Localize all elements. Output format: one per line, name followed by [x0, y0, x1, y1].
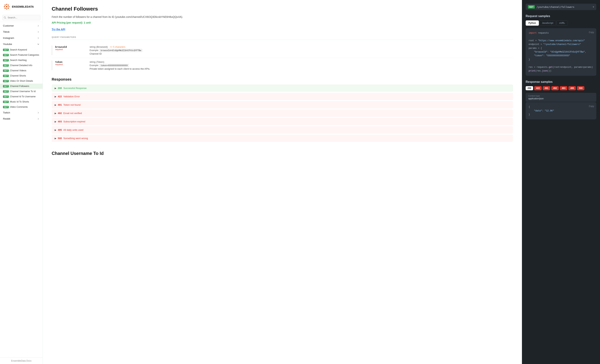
python-code-block: Copy import requests root = "https://www… — [526, 28, 596, 76]
svg-line-11 — [5, 18, 6, 18]
responses-title: Responses — [52, 77, 513, 82]
response-493[interactable]: ▶ 493 Subscription expired — [52, 118, 513, 125]
chevron-right-icon — [37, 111, 40, 114]
chevron-right-icon — [37, 37, 40, 39]
sidebar: ENSEMBLEDATA Customer Tiktok Instagram — [0, 0, 43, 364]
chevron-right-icon — [37, 31, 40, 33]
chevron-right-icon: ▶ — [55, 87, 56, 90]
sidebar-item-channel-shorts[interactable]: GETChannel Shorts — [0, 73, 43, 78]
response-495[interactable]: ▶ 495 All daily units used — [52, 126, 513, 134]
param-type: string (Browseid) >= 5 characters — [90, 46, 513, 48]
resp-code-500[interactable]: 500 — [577, 86, 584, 90]
svg-point-3 — [4, 6, 5, 7]
resp-code-493[interactable]: 493 — [560, 86, 567, 90]
sidebar-item-channel-followers[interactable]: GETChannel Followers — [0, 83, 43, 89]
svg-point-5 — [5, 5, 6, 6]
sidebar-item-music-id-to-shorts[interactable]: GETMusic Id To Shorts — [0, 99, 43, 104]
chevron-right-icon: ▶ — [55, 137, 56, 140]
youtube-subitems: GETSearch Keyword GETSearch Featured Cat… — [0, 47, 43, 109]
sidebar-item-tiktok[interactable]: Tiktok — [0, 29, 43, 35]
sidebar-item-youtube[interactable]: Youtube — [0, 41, 43, 47]
sidebar-item-customer[interactable]: Customer — [0, 23, 43, 29]
next-section-title: Channel Username To Id — [52, 151, 513, 156]
sidebar-item-search-featured-categories[interactable]: GETSearch Featured Categories — [0, 52, 43, 58]
chevron-right-icon — [37, 25, 40, 27]
content-type-label: Content type — [528, 95, 594, 97]
logo-icon — [3, 3, 10, 10]
search-container — [0, 13, 43, 22]
chevron-right-icon: ▶ — [55, 112, 56, 115]
tab-python[interactable]: Python — [526, 20, 539, 26]
logo-text: ENSEMBLEDATA — [12, 5, 34, 8]
resp-code-491[interactable]: 491 — [543, 86, 550, 90]
param-name: token — [55, 61, 85, 63]
chevron-right-icon: ▶ — [55, 120, 56, 123]
svg-point-1 — [6, 4, 7, 5]
chevron-right-icon: ▶ — [55, 129, 56, 131]
response-491[interactable]: ▶ 491 Token not found — [52, 101, 513, 109]
request-samples-title: Request samples — [526, 15, 596, 18]
endpoint-chevron-icon: ▾ — [593, 5, 594, 8]
sidebar-item-twitch[interactable]: Twitch — [0, 109, 43, 116]
sidebar-nav: Customer Tiktok Instagram Youtube GETSea… — [0, 22, 43, 357]
sidebar-item-channel-videos[interactable]: GETChannel Videos — [0, 68, 43, 73]
chevron-down-icon — [37, 43, 40, 46]
svg-point-6 — [8, 8, 9, 9]
svg-point-8 — [5, 8, 6, 9]
param-example: Example: browseId=UCnQghMm3Z164JFhScQYFT… — [90, 49, 513, 52]
try-api-link[interactable]: Try the API — [52, 28, 65, 31]
code-tabs: Python JavaScript cURL — [526, 20, 596, 26]
param-example: Example: token=XXXXXXXXXXXXXXXX — [90, 64, 513, 67]
svg-point-4 — [8, 6, 9, 7]
sidebar-item-search-hashtag[interactable]: GETSearch Hashtag — [0, 58, 43, 63]
sidebar-item-reddit[interactable]: Reddit — [0, 116, 43, 122]
main-content: Channel Followers Fetch the number of fo… — [43, 0, 522, 364]
svg-point-2 — [6, 8, 7, 9]
responses-list: ▶ 200 Successful Response ▶ 422 Validati… — [52, 84, 513, 142]
param-row-browseid: browseId required string (Browseid) >= 5… — [52, 43, 513, 58]
resp-code-422[interactable]: 422 — [534, 86, 542, 90]
chevron-right-icon: ▶ — [55, 95, 56, 98]
resp-code-492[interactable]: 492 — [551, 86, 559, 90]
page-title: Channel Followers — [52, 6, 513, 12]
chevron-right-icon: ▶ — [55, 104, 56, 106]
response-200[interactable]: ▶ 200 Successful Response — [52, 84, 513, 92]
resp-code-495[interactable]: 495 — [568, 86, 576, 90]
copy-button[interactable]: Copy — [589, 30, 594, 34]
response-422[interactable]: ▶ 422 Validation Error — [52, 93, 513, 100]
response-500[interactable]: ▶ 500 Something went wrong — [52, 135, 513, 142]
search-input[interactable] — [2, 15, 40, 20]
sidebar-item-channel-detailed-info[interactable]: GETChannel Detailed Info — [0, 63, 43, 68]
response-samples-title: Response samples — [526, 80, 596, 83]
param-type: string (Token) — [90, 61, 513, 63]
search-icon — [4, 16, 6, 19]
svg-point-9 — [6, 6, 8, 8]
copy-response-button[interactable]: Copy — [589, 104, 594, 108]
sidebar-item-video-or-short-details[interactable]: GETVideo Or Short Details — [0, 78, 43, 83]
svg-point-7 — [8, 5, 9, 6]
param-required: required — [55, 63, 85, 65]
param-name: browseId — [55, 46, 85, 48]
sidebar-item-search-keyword[interactable]: GETSearch Keyword — [0, 47, 43, 52]
sidebar-item-channel-username-to-id[interactable]: GETChannel Username To Id — [0, 89, 43, 94]
params-table: browseId required string (Browseid) >= 5… — [52, 43, 513, 73]
sidebar-item-video-comments[interactable]: GETVideo Comments — [0, 104, 43, 109]
sidebar-item-instagram[interactable]: Instagram — [0, 35, 43, 41]
content-type-box: Content type application/json — [526, 93, 596, 102]
response-json-block: Copy { "data": "12.8K" } — [526, 102, 596, 119]
sidebar-footer: EnsembleData Docs — [0, 357, 43, 364]
param-required: required — [55, 48, 85, 51]
param-row-token: token required string (Token) Example: t… — [52, 58, 513, 73]
right-panel: GET /youtube/channel/followers ▾ Request… — [522, 0, 600, 364]
sidebar-item-channel-id-to-username[interactable]: GETChannel Id To Username — [0, 94, 43, 99]
chevron-right-icon — [37, 118, 40, 120]
tab-javascript[interactable]: JavaScript — [539, 20, 556, 26]
tab-curl[interactable]: cURL — [556, 20, 568, 26]
page-description: Fetch the number of followers for a chan… — [52, 15, 513, 19]
param-description: Private token assigned to each client to… — [90, 67, 513, 70]
response-492[interactable]: ▶ 492 Email not verified — [52, 109, 513, 117]
logo: ENSEMBLEDATA — [0, 0, 43, 13]
param-description: Channel ID — [90, 52, 513, 55]
endpoint-path: /youtube/channel/followers — [537, 6, 591, 8]
resp-code-200[interactable]: 200 — [526, 86, 533, 90]
